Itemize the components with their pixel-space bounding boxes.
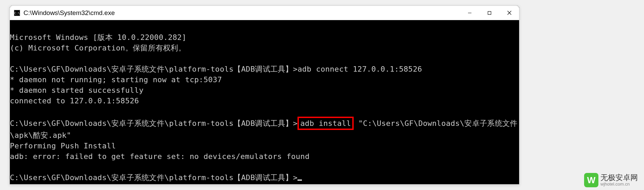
maximize-icon [487, 11, 492, 15]
prompt: C:\Users\GF\Downloads\安卓子系统文件\platform-t… [10, 65, 297, 73]
watermark-logo-icon: W [584, 173, 598, 187]
watermark-url: wjhotel.com.cn [600, 182, 638, 187]
terminal-line: * daemon started successfully [10, 86, 144, 94]
titlebar[interactable]: C:\ C:\Windows\System32\cmd.exe [10, 6, 519, 20]
terminal-line: * daemon not running; starting now at tc… [10, 75, 222, 84]
command-text: adb connect 127.0.0.1:58526 [297, 65, 422, 73]
terminal-line: C:\Users\GF\Downloads\安卓子系统文件\platform-t… [10, 65, 422, 73]
maximize-button[interactable] [480, 6, 499, 20]
svg-rect-1 [488, 11, 491, 14]
cmd-window: C:\ C:\Windows\System32\cmd.exe Microsof… [10, 5, 519, 185]
window-title: C:\Windows\System32\cmd.exe [23, 9, 460, 17]
terminal-line: (c) Microsoft Corporation。保留所有权利。 [10, 44, 186, 52]
terminal-output[interactable]: Microsoft Windows [版本 10.0.22000.282] (c… [10, 20, 519, 184]
terminal-line: adb: error: failed to get feature set: n… [10, 152, 309, 161]
watermark: W 无极安卓网 wjhotel.com.cn [584, 173, 638, 187]
close-icon [507, 11, 512, 15]
cmd-icon: C:\ [14, 10, 20, 16]
terminal-line: connected to 127.0.0.1:58526 [10, 97, 139, 105]
terminal-line: Performing Push Install [10, 142, 116, 150]
highlighted-command: adb install [297, 117, 354, 130]
terminal-line: Microsoft Windows [版本 10.0.22000.282] [10, 33, 187, 42]
window-controls [460, 6, 519, 20]
prompt: C:\Users\GF\Downloads\安卓子系统文件\platform-t… [10, 173, 297, 182]
terminal-line: C:\Users\GF\Downloads\安卓子系统文件\platform-t… [10, 173, 302, 182]
minimize-button[interactable] [460, 6, 480, 20]
watermark-title: 无极安卓网 [600, 174, 638, 182]
close-button[interactable] [499, 6, 519, 20]
cursor [297, 179, 302, 181]
terminal-line: C:\Users\GF\Downloads\安卓子系统文件\platform-t… [10, 119, 517, 140]
minimize-icon [468, 11, 472, 15]
watermark-text: 无极安卓网 wjhotel.com.cn [600, 174, 638, 187]
prompt: C:\Users\GF\Downloads\安卓子系统文件\platform-t… [10, 119, 297, 128]
